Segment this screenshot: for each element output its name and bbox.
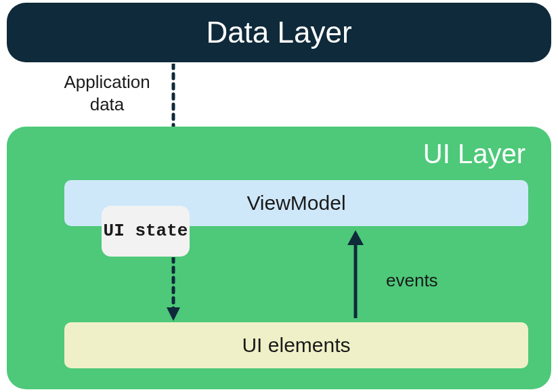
events-label: events	[386, 270, 438, 291]
ui-elements-box: UI elements	[64, 322, 528, 368]
viewmodel-label: ViewModel	[246, 192, 345, 215]
ui-elements-label: UI elements	[242, 334, 350, 357]
ui-layer-title: UI Layer	[423, 139, 525, 169]
ui-layer-box: UI Layer ViewModel UI state UI elements …	[7, 127, 551, 389]
data-layer-title: Data Layer	[206, 16, 351, 49]
application-data-label: Application data	[53, 71, 161, 115]
ui-state-badge: UI state	[102, 206, 190, 257]
data-layer-box: Data Layer	[7, 3, 551, 62]
